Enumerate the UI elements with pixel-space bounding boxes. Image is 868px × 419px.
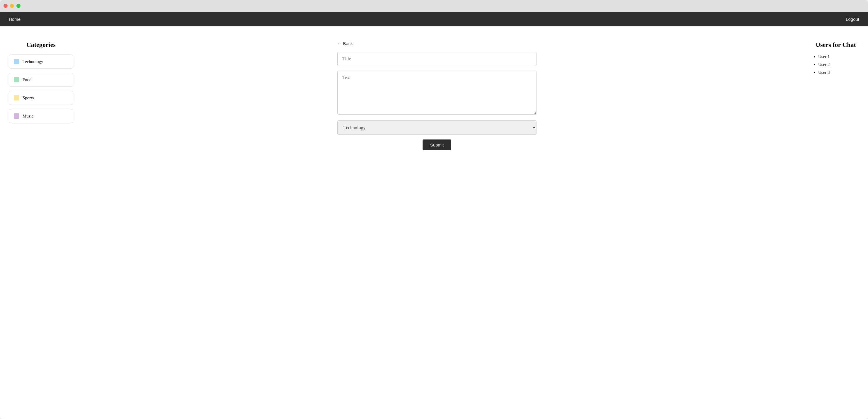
users-list: User 1 User 2 User 3 [812, 53, 859, 77]
minimize-button[interactable] [10, 4, 14, 8]
music-icon [14, 113, 19, 119]
submit-button[interactable]: Submit [423, 140, 452, 150]
category-label-food: Food [23, 77, 32, 82]
title-input[interactable] [337, 52, 536, 66]
category-select[interactable]: Technology Food Sports Music [337, 120, 536, 135]
user-item-1: User 1 [818, 53, 859, 61]
sports-icon [14, 95, 19, 100]
category-card-technology[interactable]: Technology [9, 55, 73, 68]
center-panel: ← Back Technology Food Sports Music Subm… [337, 35, 536, 410]
category-label-technology: Technology [23, 59, 43, 64]
right-panel: Users for Chat User 1 User 2 User 3 [801, 35, 859, 410]
title-form-group [337, 52, 536, 66]
navbar: Home Logout [0, 12, 868, 26]
category-card-sports[interactable]: Sports [9, 91, 73, 105]
category-card-music[interactable]: Music [9, 109, 73, 123]
category-select-group: Technology Food Sports Music [337, 120, 536, 135]
browser-window: Home Logout Categories Technology Food S… [0, 0, 868, 419]
user-item-3: User 3 [818, 68, 859, 77]
user-item-2: User 2 [818, 61, 859, 68]
category-label-music: Music [23, 114, 34, 119]
sidebar: Categories Technology Food Sports Music [9, 35, 73, 410]
home-link[interactable]: Home [9, 17, 21, 22]
maximize-button[interactable] [17, 4, 21, 8]
food-icon [14, 77, 19, 82]
technology-icon [14, 59, 19, 64]
sidebar-title: Categories [9, 41, 73, 49]
back-link[interactable]: ← Back [337, 41, 353, 46]
text-form-group [337, 70, 536, 116]
logout-link[interactable]: Logout [846, 17, 859, 22]
users-title: Users for Chat [812, 41, 859, 49]
category-card-food[interactable]: Food [9, 73, 73, 87]
text-textarea[interactable] [337, 70, 536, 115]
main-content: Categories Technology Food Sports Music … [0, 26, 868, 419]
close-button[interactable] [3, 4, 8, 8]
category-label-sports: Sports [23, 95, 34, 100]
title-bar [0, 0, 868, 12]
